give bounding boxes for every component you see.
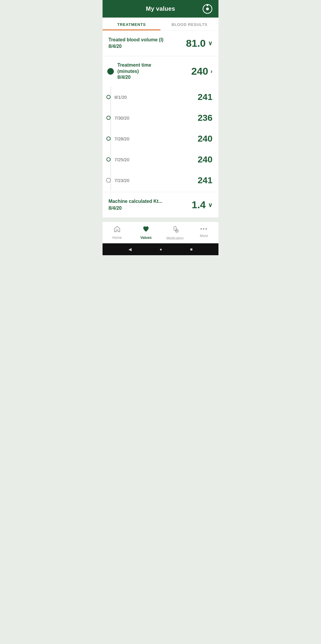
nav-item-more[interactable]: ••• More [190,224,219,242]
settings-icon[interactable] [202,4,213,14]
app-header: My values [103,0,218,18]
heart-icon [142,225,150,234]
nav-item-home[interactable]: Home [103,224,132,242]
list-item[interactable]: 7/28/20 240 [114,128,218,149]
list-item[interactable]: 8/1/20 241 [114,87,218,107]
treatment-time-header[interactable]: Treatment time (minutes) 8/4/20 240 › [103,56,218,87]
android-nav-bar: ◀ ● ■ [103,243,218,255]
timeline-line [111,87,111,191]
svg-point-2 [207,4,208,6]
gap-section [103,217,218,222]
chevron-right-icon: › [210,68,213,75]
treated-blood-volume-label: Treated blood volume (l) 8/4/20 [108,37,163,50]
tab-bar: TREATMENTS BLOOD RESULTS [103,18,218,31]
medication-icon [171,225,179,235]
list-item[interactable]: 7/30/20 236 [114,107,218,128]
nav-label-more: More [200,234,208,238]
nav-item-values[interactable]: Values [132,224,161,242]
nav-item-medication[interactable]: Medication [160,224,190,242]
chevron-down-icon: ∨ [208,201,213,209]
android-recent-button[interactable]: ■ [190,247,193,252]
timeline: 8/1/20 241 7/30/20 236 7/28/20 240 [103,87,218,191]
timeline-dot-outline [106,137,111,141]
treated-blood-volume-value: 81.0 ∨ [186,37,213,49]
chevron-down-icon: ∨ [208,40,213,47]
android-home-button[interactable]: ● [160,247,162,252]
treatment-time-label: Treatment time (minutes) 8/4/20 [117,62,151,81]
page-title: My values [146,5,175,12]
timeline-dot-hollow [106,178,111,183]
treated-blood-volume-row[interactable]: Treated blood volume (l) 8/4/20 81.0 ∨ [103,31,218,56]
content-area: Treated blood volume (l) 8/4/20 81.0 ∨ T… [103,31,218,222]
more-icon: ••• [200,225,208,233]
timeline-dot-outline [106,95,111,99]
svg-point-1 [206,7,209,10]
tab-blood-results[interactable]: BLOOD RESULTS [160,18,218,30]
timeline-dot-filled [107,68,114,75]
timeline-dot-outline [106,157,111,162]
bottom-nav: Home Values Medication ••• More [103,222,218,243]
nav-label-values: Values [140,236,152,240]
main-card: Treated blood volume (l) 8/4/20 81.0 ∨ T… [103,31,218,217]
timeline-dot-outline [106,116,111,120]
list-item[interactable]: 7/23/20 241 [114,170,218,191]
tab-treatments[interactable]: TREATMENTS [103,18,160,30]
machine-calculated-label: Machine calculated Kt... 8/4/20 [108,198,162,211]
nav-label-medication: Medication [166,236,184,240]
nav-label-home: Home [112,236,122,240]
home-icon [114,225,121,234]
list-item[interactable]: 7/25/20 240 [114,149,218,170]
machine-calculated-row[interactable]: Machine calculated Kt... 8/4/20 1.4 ∨ [103,192,218,217]
android-back-button[interactable]: ◀ [128,247,132,252]
